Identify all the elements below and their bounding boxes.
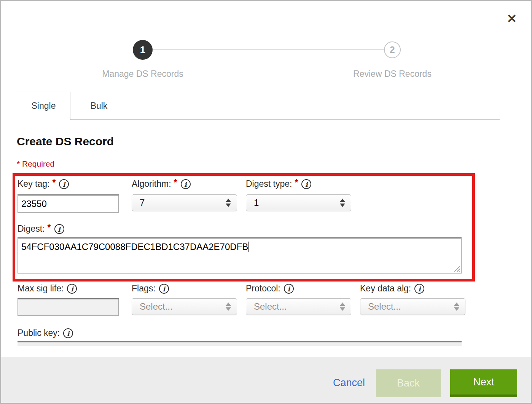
algorithm-select[interactable]: 7 (132, 194, 237, 211)
digest-type-select-value: 1 (254, 197, 259, 208)
digest-label: Digest: (18, 224, 45, 234)
info-icon[interactable]: i (301, 179, 311, 189)
key-data-alg-label-row: Key data alg: i (360, 283, 424, 294)
close-icon[interactable]: ✕ (504, 11, 519, 26)
info-icon[interactable]: i (181, 179, 191, 189)
step-2-indicator: 2 (384, 41, 401, 58)
algorithm-label: Algorithm: (132, 179, 171, 189)
tab-single[interactable]: Single (17, 92, 70, 120)
algorithm-select-value: 7 (140, 197, 145, 208)
info-icon[interactable]: i (67, 284, 77, 294)
required-note: * Required (17, 159, 54, 169)
stepper-connector-line (153, 49, 384, 50)
protocol-label: Protocol: (246, 283, 280, 294)
info-icon[interactable]: i (284, 284, 294, 294)
info-icon[interactable]: i (414, 284, 424, 294)
info-icon[interactable]: i (159, 284, 169, 294)
max-sig-life-label: Max sig life: (18, 283, 64, 294)
step-1-indicator: 1 (133, 40, 153, 60)
digest-type-label: Digest type: (246, 179, 292, 189)
next-button[interactable]: Next (450, 369, 517, 397)
info-icon[interactable]: i (59, 179, 69, 189)
key-data-alg-select[interactable]: Select... (360, 298, 465, 315)
protocol-select[interactable]: Select... (246, 298, 351, 315)
required-asterisk: * (48, 223, 51, 233)
digest-type-label-row: Digest type: * i (246, 179, 311, 189)
select-stepper-arrows-icon (340, 302, 345, 311)
flags-select-value: Select... (140, 301, 173, 312)
public-key-label-row: Public key: i (18, 328, 73, 338)
key-data-alg-label: Key data alg: (360, 283, 411, 294)
select-stepper-arrows-icon (226, 302, 231, 311)
info-icon[interactable]: i (54, 224, 64, 234)
digest-label-row: Digest: * i (18, 224, 64, 234)
flags-label: Flags: (132, 283, 156, 294)
select-stepper-arrows-icon (340, 199, 345, 207)
create-ds-record-modal: { "modal": { "close_icon": "✕" }, "stepp… (0, 0, 532, 404)
tab-bulk[interactable]: Bulk (70, 92, 127, 120)
select-stepper-arrows-icon (454, 302, 459, 311)
step-2-label: Review DS Records (316, 69, 468, 79)
key-tag-label-row: Key tag: * i (18, 179, 69, 189)
resize-handle[interactable] (453, 265, 460, 272)
max-sig-life-label-row: Max sig life: i (18, 283, 77, 294)
public-key-label: Public key: (18, 328, 60, 338)
protocol-label-row: Protocol: i (246, 283, 294, 294)
cancel-button[interactable]: Cancel (333, 377, 365, 389)
algorithm-label-row: Algorithm: * i (132, 179, 191, 189)
key-tag-input[interactable] (18, 194, 119, 213)
page-title: Create DS Record (17, 135, 114, 148)
required-asterisk: * (52, 178, 56, 188)
required-asterisk: * (174, 178, 177, 188)
back-button[interactable]: Back (376, 369, 441, 397)
flags-label-row: Flags: i (132, 283, 169, 294)
required-asterisk: * (295, 178, 298, 188)
text-caret (248, 242, 249, 252)
public-key-textarea[interactable] (18, 341, 462, 346)
digest-textarea[interactable]: 54FCF030AA1C79C0088FDEC1BD1C37DAA2E70DFB (18, 237, 462, 274)
flags-select[interactable]: Select... (132, 298, 237, 315)
key-data-alg-select-value: Select... (368, 301, 401, 312)
select-stepper-arrows-icon (226, 199, 231, 207)
max-sig-life-input[interactable] (18, 298, 119, 316)
key-tag-label: Key tag: (18, 179, 49, 189)
info-icon[interactable]: i (63, 328, 73, 338)
digest-type-select[interactable]: 1 (246, 194, 351, 211)
protocol-select-value: Select... (254, 301, 287, 312)
digest-value: 54FCF030AA1C79C0088FDEC1BD1C37DAA2E70DFB (21, 242, 248, 252)
step-1-label: Manage DS Records (67, 69, 219, 79)
